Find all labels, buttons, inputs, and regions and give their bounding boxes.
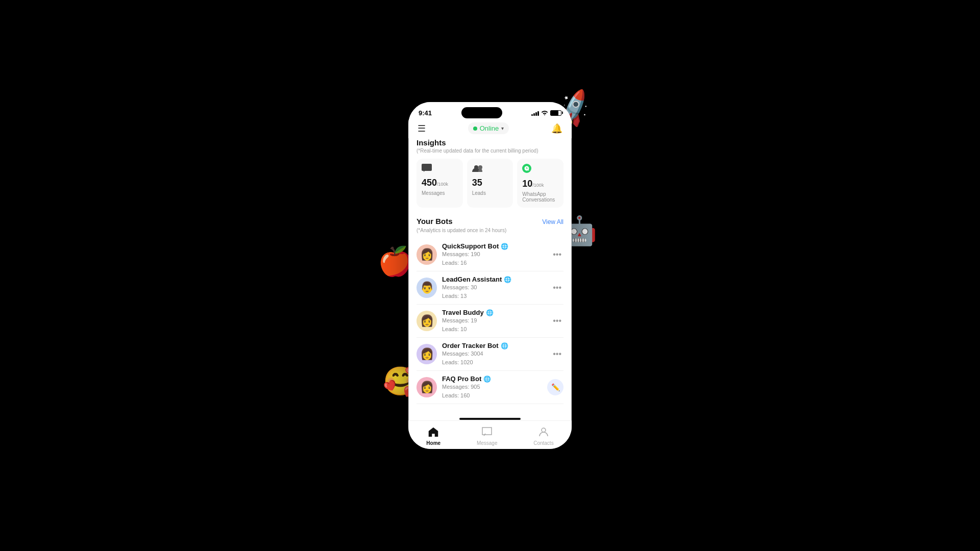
- bot-leads-5: Leads: 160: [442, 391, 547, 400]
- svg-rect-0: [422, 164, 432, 171]
- online-dot: [473, 127, 477, 131]
- bot-leads-2: Leads: 13: [442, 292, 551, 300]
- bot-name-2: LeadGen Assistant: [442, 276, 502, 283]
- bot-item-ordertracker: 👩 Order Tracker Bot 🌐 Messages: 3004 Lea…: [416, 338, 564, 371]
- nav-header: ☰ Online ▾ 🔔: [408, 120, 572, 138]
- signal-bar-4: [537, 111, 539, 116]
- bot-messages-5: Messages: 905: [442, 383, 547, 391]
- bot-name-5: FAQ Pro Bot: [442, 375, 481, 383]
- bot-messages-4: Messages: 3004: [442, 349, 551, 358]
- insights-section: Insights (*Real-time updated data for th…: [416, 138, 564, 208]
- bot-leads-1: Leads: 16: [442, 259, 551, 267]
- tab-message[interactable]: Message: [467, 424, 508, 448]
- bell-icon[interactable]: 🔔: [551, 123, 562, 134]
- bot-name-row-4: Order Tracker Bot 🌐: [442, 342, 551, 349]
- bot-avatar-1: 👩: [416, 244, 437, 265]
- svg-point-4: [542, 428, 546, 432]
- more-dots-2[interactable]: •••: [551, 281, 564, 294]
- tab-contacts-label: Contacts: [533, 440, 553, 446]
- bot-avatar-3: 👩: [416, 311, 437, 331]
- home-icon: [428, 427, 439, 439]
- messages-number: 450/100k: [422, 178, 458, 188]
- bot-info-1: QuickSupport Bot 🌐 Messages: 190 Leads: …: [442, 242, 551, 267]
- bot-messages-2: Messages: 30: [442, 283, 551, 292]
- dynamic-island: [461, 107, 502, 118]
- bot-leads-3: Leads: 10: [442, 325, 551, 334]
- leads-card: 35 Leads: [467, 159, 513, 208]
- bots-header: Your Bots View All: [416, 217, 564, 227]
- more-dots-4[interactable]: •••: [551, 347, 564, 361]
- messages-card: 450/100k Messages: [416, 159, 463, 208]
- messages-label: Messages: [422, 190, 458, 196]
- online-status-badge[interactable]: Online ▾: [468, 122, 509, 134]
- bots-section: Your Bots View All (*Analytics is update…: [416, 217, 564, 404]
- bot-item-leadgen: 👨 LeadGen Assistant 🌐 Messages: 30 Leads…: [416, 271, 564, 305]
- contacts-icon: [538, 427, 549, 439]
- whatsapp-card: 10/100k WhatsApp Conversations: [517, 159, 564, 208]
- bot-name-3: Travel Buddy: [442, 309, 484, 316]
- globe-icon-4: 🌐: [501, 342, 508, 349]
- hamburger-icon[interactable]: ☰: [418, 123, 426, 134]
- whatsapp-icon: [522, 164, 558, 176]
- status-time: 9:41: [419, 109, 432, 117]
- bot-avatar-5: 👩: [416, 377, 437, 397]
- bot-name-row-3: Travel Buddy 🌐: [442, 309, 551, 316]
- status-icons: [531, 110, 561, 116]
- tab-bar: Home Message Contacts: [408, 420, 572, 449]
- messages-icon: [422, 164, 458, 174]
- bots-title: Your Bots: [416, 217, 453, 226]
- chevron-down-icon: ▾: [501, 126, 504, 131]
- more-dots-1[interactable]: •••: [551, 248, 564, 261]
- bot-actions-3: •••: [551, 314, 564, 328]
- bot-actions-5[interactable]: ✏️: [547, 379, 564, 395]
- message-icon: [481, 427, 493, 439]
- bot-avatar-2: 👨: [416, 278, 437, 298]
- apple-sticker: 🍎: [378, 245, 413, 278]
- globe-icon-5: 🌐: [483, 375, 491, 383]
- bot-name-row-1: QuickSupport Bot 🌐: [442, 242, 551, 250]
- bot-messages-3: Messages: 19: [442, 316, 551, 325]
- bot-name-row-2: LeadGen Assistant 🌐: [442, 276, 551, 283]
- insights-title: Insights: [416, 138, 564, 147]
- insights-subtitle: (*Real-time updated data for the current…: [416, 148, 564, 154]
- globe-icon-3: 🌐: [486, 309, 494, 316]
- bot-avatar-4: 👩: [416, 344, 437, 364]
- status-bar: 9:41: [408, 102, 572, 120]
- insights-grid: 450/100k Messages: [416, 159, 564, 208]
- battery-fill: [551, 111, 558, 115]
- whatsapp-label: WhatsApp Conversations: [522, 191, 558, 203]
- bot-name-4: Order Tracker Bot: [442, 342, 499, 349]
- battery-icon: [550, 110, 561, 116]
- view-all-button[interactable]: View All: [542, 218, 564, 226]
- leads-number: 35: [472, 178, 508, 188]
- bot-name-1: QuickSupport Bot: [442, 242, 499, 250]
- bot-item-faqpro: 👩 FAQ Pro Bot 🌐 Messages: 905 Leads: 160…: [416, 371, 564, 404]
- tab-contacts[interactable]: Contacts: [523, 424, 564, 448]
- signal-bar-1: [531, 114, 533, 116]
- bot-actions-4: •••: [551, 347, 564, 361]
- globe-icon-1: 🌐: [501, 243, 508, 250]
- bot-info-3: Travel Buddy 🌐 Messages: 19 Leads: 10: [442, 309, 551, 333]
- signal-bars: [531, 110, 539, 116]
- phone-frame: 9:41 ☰: [408, 102, 572, 449]
- more-dots-3[interactable]: •••: [551, 314, 564, 328]
- bot-info-2: LeadGen Assistant 🌐 Messages: 30 Leads: …: [442, 276, 551, 300]
- home-indicator: [459, 418, 521, 420]
- globe-icon-2: 🌐: [504, 276, 511, 283]
- bot-actions-2: •••: [551, 281, 564, 294]
- signal-bar-2: [533, 113, 535, 116]
- bot-info-4: Order Tracker Bot 🌐 Messages: 3004 Leads…: [442, 342, 551, 366]
- bot-leads-4: Leads: 1020: [442, 358, 551, 367]
- edit-button-5[interactable]: ✏️: [547, 379, 564, 395]
- tab-message-label: Message: [477, 440, 498, 446]
- online-text: Online: [480, 124, 499, 132]
- bot-item-quicksupport: 👩 QuickSupport Bot 🌐 Messages: 190 Leads…: [416, 238, 564, 271]
- bots-subtitle: (*Analytics is updated once in 24 hours): [416, 228, 564, 233]
- main-content: Insights (*Real-time updated data for th…: [408, 138, 572, 416]
- leads-label: Leads: [472, 190, 508, 196]
- whatsapp-number: 10/100k: [522, 179, 558, 189]
- bot-item-travel: 👩 Travel Buddy 🌐 Messages: 19 Leads: 10 …: [416, 305, 564, 338]
- tab-home[interactable]: Home: [416, 424, 451, 448]
- bot-name-row-5: FAQ Pro Bot 🌐: [442, 375, 547, 383]
- bot-messages-1: Messages: 190: [442, 250, 551, 259]
